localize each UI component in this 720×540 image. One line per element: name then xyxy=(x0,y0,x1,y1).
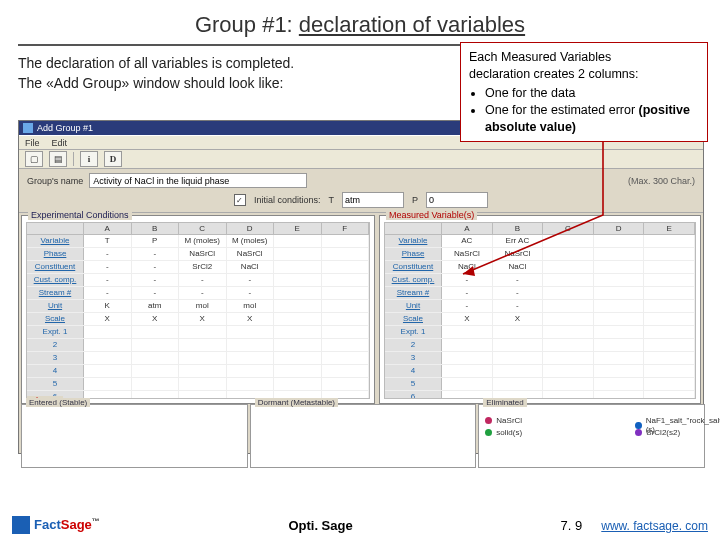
group-name-input[interactable] xyxy=(89,173,307,188)
phases-entered: Entered (Stable) xyxy=(21,404,248,468)
grid-left[interactable]: ABCDEFVariableTPM (moles)M (moles)Phase-… xyxy=(26,222,370,399)
phases-frame: Phases Entered (Stable) Dormant (Metasta… xyxy=(21,404,705,468)
menu-file[interactable]: File xyxy=(25,138,40,148)
toolbar-info-button[interactable]: i xyxy=(80,151,98,167)
toolbar-d-button[interactable]: D xyxy=(104,151,122,167)
slide-title: Group #1: declaration of variables xyxy=(0,0,720,42)
pane-experimental-conditions: Experimental Conditions ABCDEFVariableTP… xyxy=(21,215,375,404)
window-icon xyxy=(23,123,33,133)
phases-eliminated: Eliminated NaSrClNaF1_salt_"rock_salt"(s… xyxy=(478,404,705,468)
footer-url[interactable]: www. factsage. com xyxy=(601,519,708,533)
callout-arrow xyxy=(408,120,668,300)
svg-marker-0 xyxy=(463,266,475,276)
ic-t-input[interactable] xyxy=(342,192,404,208)
phases-dormant: Dormant (Metastable) xyxy=(250,404,477,468)
slide-footer: FactSage™ Opti. Sage 7. 9 www. factsage.… xyxy=(0,516,720,534)
menu-edit[interactable]: Edit xyxy=(52,138,68,148)
callout-note: Each Measured Variables declaration crea… xyxy=(460,42,708,142)
toolbar-button-1[interactable]: ▢ xyxy=(25,151,43,167)
toolbar-button-2[interactable]: ▤ xyxy=(49,151,67,167)
initial-conditions-checkbox[interactable]: ✓ xyxy=(234,194,246,206)
factsage-logo: FactSage™ xyxy=(12,516,100,534)
